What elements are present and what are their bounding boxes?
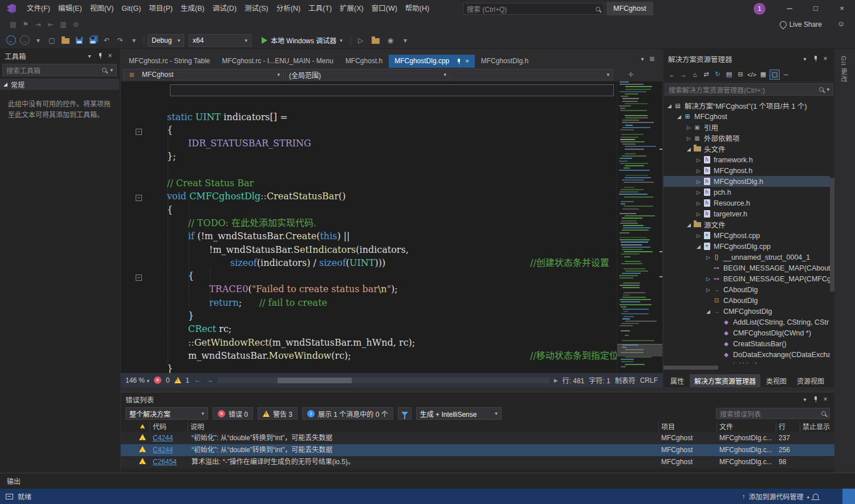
output-tab[interactable]: 输出	[7, 476, 21, 486]
member-scope-dropdown[interactable]: ▾	[451, 69, 613, 80]
toolbox-section-general[interactable]: ◢ 常规	[0, 79, 119, 90]
tree-item[interactable]: ▷+MFCghost.cpp	[663, 230, 830, 241]
code-line[interactable]	[121, 97, 617, 110]
notifications-bell-icon[interactable]	[813, 494, 819, 499]
fold-marker-icon[interactable]: −	[136, 274, 142, 281]
solution-explorer-horizontal-scrollbar[interactable]	[663, 366, 830, 370]
splitter-grip-icon[interactable]: ✛	[628, 71, 634, 79]
configuration-dropdown[interactable]: Debug ▾	[148, 34, 184, 47]
editor-tab[interactable]: MFCghostDlg.h	[475, 55, 534, 68]
tree-expander-icon[interactable]: ▷	[685, 136, 693, 141]
tree-item[interactable]: ◆CreatStatusBar()	[663, 338, 830, 349]
tree-item[interactable]: ◢头文件	[663, 144, 830, 154]
code-line[interactable]: ::GetWindowRect(m_wndStatusBar.m_hWnd, r…	[121, 336, 617, 349]
tree-item[interactable]: ⊡CAboutDlg	[663, 295, 830, 306]
code-line[interactable]: !m_wndStatusBar.SetIndicators(indicators…	[121, 243, 617, 256]
tree-expander-icon[interactable]: ▷	[695, 200, 702, 206]
tree-item[interactable]: ▷htargetver.h	[663, 208, 830, 219]
navigate-forward-icon[interactable]: →	[206, 376, 213, 384]
tree-item[interactable]: ◆InitList()	[663, 360, 830, 363]
menu-item[interactable]: 窗口(W)	[368, 0, 401, 17]
pin-icon[interactable]	[456, 59, 462, 64]
properties-tool-icon[interactable]: ▦	[758, 69, 768, 80]
se-forward-icon[interactable]: →	[678, 69, 689, 80]
tree-item[interactable]: ▷hMFCghostDlg.h	[663, 176, 830, 187]
cursor-line-indicator[interactable]: 行: 481	[563, 375, 585, 385]
menu-item[interactable]: 视图(V)	[86, 0, 118, 17]
solution-explorer-search-input[interactable]: 搜索解决方案资源管理器(Ctrl+;) ▾	[665, 83, 833, 96]
code-line[interactable]: CRect rc;	[121, 322, 617, 335]
project-scope-dropdown[interactable]: ⊞ MFCghost ▾	[123, 69, 284, 80]
tree-item[interactable]: ⊶BEGIN_MESSAGE_MAP(CAboutDl	[663, 263, 830, 273]
collapse-all-icon[interactable]: ⊟	[735, 69, 746, 80]
code-line[interactable]: −{	[121, 269, 617, 282]
autohide-tab-git-changes[interactable]: Git 更改	[839, 56, 848, 83]
tree-item[interactable]: ▷hpch.h	[663, 187, 830, 198]
suppress-column-header[interactable]: 禁止显示	[800, 422, 834, 433]
pin-icon[interactable]	[813, 396, 819, 402]
menu-item[interactable]: 测试(S)	[241, 0, 272, 17]
tree-item[interactable]: ◆DoDataExchange(CDataExcha	[663, 349, 830, 360]
tree-item[interactable]: ▷hResource.h	[663, 198, 830, 208]
tree-item[interactable]: ▷⊶BEGIN_MESSAGE_MAP(CMFCgho	[663, 273, 830, 284]
code-line[interactable]: }	[121, 362, 617, 373]
error-row[interactable]: C26454算术溢出: “-”操作在编译时生成负的无符号结果(io.5)。MFC…	[121, 456, 834, 468]
minimap[interactable]	[617, 81, 662, 373]
feedback-icon[interactable]: ☺	[837, 19, 845, 28]
panel-tab[interactable]: 类视图	[762, 374, 791, 387]
editor-warning-count[interactable]: 1	[186, 376, 190, 384]
code-line[interactable]: return; // fail to create	[121, 296, 617, 309]
minimize-button[interactable]: ─	[776, 0, 803, 17]
error-list-search-input[interactable]: 搜索错误列表	[716, 408, 830, 419]
description-column-header[interactable]: 说明	[188, 422, 659, 433]
panel-tab[interactable]: 属性	[666, 374, 689, 387]
menu-item[interactable]: 工具(T)	[304, 0, 336, 17]
maximize-button[interactable]: □	[803, 0, 829, 17]
panel-tab[interactable]: 解决方案资源管理器	[690, 374, 760, 387]
tree-expander-icon[interactable]: ▷	[695, 168, 702, 174]
live-share-button[interactable]: Live Share	[780, 17, 822, 32]
chevron-up-icon[interactable]: ▴	[807, 494, 809, 499]
start-without-debugging-icon[interactable]: ▷	[355, 35, 367, 46]
code-line[interactable]: IDR_STATUSBAR_STRING	[121, 137, 617, 150]
editor-options-icon[interactable]: ⊞	[650, 56, 654, 62]
indentation-indicator[interactable]: 制表符	[615, 375, 636, 385]
collapse-icon[interactable]: ─	[781, 69, 791, 80]
chevron-down-icon[interactable]: ▾	[800, 396, 809, 403]
error-row[interactable]: C4244“初始化”: 从“double”转换到“int”，可能丢失数据MFCg…	[121, 432, 834, 444]
close-button[interactable]: ×	[829, 0, 855, 17]
code-line[interactable]: // TODO: 在此处添加实现代码.	[121, 216, 617, 230]
tree-item[interactable]: ▷hMFCghost.h	[663, 165, 830, 176]
code-line[interactable]	[121, 84, 617, 97]
error-code-link[interactable]: C4244	[153, 446, 173, 454]
code-line[interactable]: TRACE0("Failed to create status bar\n");	[121, 282, 617, 296]
tree-item[interactable]: ◢源文件	[663, 219, 830, 230]
tree-expander-icon[interactable]: ◢	[666, 103, 673, 109]
nav-backward-icon[interactable]: ←	[5, 35, 17, 46]
editor-error-count[interactable]: 0	[166, 376, 170, 384]
error-code-link[interactable]: C4244	[153, 434, 173, 442]
new-file-icon[interactable]: ▢	[46, 35, 58, 46]
toolbox-search-input[interactable]: 搜索工具箱 ▾	[2, 64, 117, 76]
tree-item[interactable]: ◢→CMFCghostDlg	[663, 306, 830, 317]
tree-item[interactable]: ◢+MFCghostDlg.cpp	[663, 241, 830, 252]
show-all-files-icon[interactable]: ▢	[769, 69, 780, 80]
tree-expander-icon[interactable]: ◢	[685, 222, 693, 228]
cursor-column-indicator[interactable]: 字符: 1	[589, 375, 610, 385]
close-icon[interactable]: ×	[105, 52, 115, 60]
tree-expander-icon[interactable]: ▷	[695, 157, 702, 163]
code-line[interactable]: {	[121, 203, 617, 216]
menu-item[interactable]: 文件(F)	[23, 0, 54, 17]
nest-files-icon[interactable]: ▤	[724, 69, 734, 80]
menu-item[interactable]: Git(G)	[117, 0, 145, 17]
user-avatar[interactable]: 1	[754, 3, 766, 15]
horizontal-scrollbar-thumb[interactable]	[278, 378, 352, 383]
tree-item[interactable]: ▷{}__unnamed_struct_0004_1	[663, 252, 830, 263]
tree-item[interactable]: ◢▤解决方案“MFCghost”(1 个项目/共 1 个)	[663, 100, 830, 111]
type-scope-dropdown[interactable]: (全局范围) ▾	[285, 69, 450, 80]
close-icon[interactable]: ×	[465, 55, 469, 68]
solution-explorer-vertical-scrollbar[interactable]	[830, 98, 834, 363]
code-line[interactable]: // Creat Status Bar	[121, 177, 617, 190]
code-line[interactable]: −void CMFCghostDlg::CreatStatusBar()	[121, 190, 617, 203]
scrollbar-thumb[interactable]	[663, 366, 718, 370]
